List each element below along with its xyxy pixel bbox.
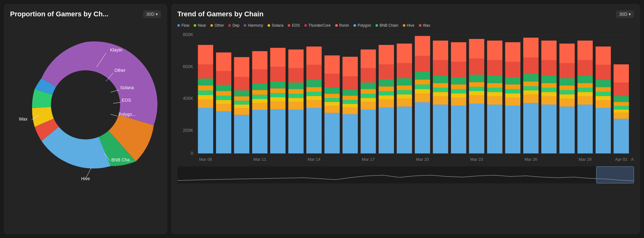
- svg-rect-97: [379, 64, 394, 79]
- left-panel-header: Proportion of Gamers by Ch... 30D ▾: [10, 10, 161, 18]
- svg-rect-2: [198, 100, 213, 108]
- svg-rect-161: [505, 42, 520, 62]
- bar-6: [288, 50, 303, 154]
- svg-rect-106: [397, 63, 412, 78]
- svg-rect-59: [306, 87, 321, 92]
- svg-rect-170: [523, 38, 538, 57]
- svg-rect-67: [325, 98, 340, 102]
- svg-rect-104: [397, 85, 412, 90]
- svg-rect-184: [559, 90, 575, 95]
- label-bnb: BNB Cha...: [111, 157, 133, 162]
- svg-rect-133: [451, 62, 466, 77]
- legend-label-near: Near: [198, 23, 206, 28]
- svg-rect-212: [613, 102, 629, 106]
- svg-rect-26: [234, 57, 249, 77]
- right-panel-title: Trend of Gamers by Chain: [177, 10, 264, 18]
- bar-18: [505, 42, 520, 154]
- svg-rect-152: [487, 41, 502, 60]
- legend-label-thundercore: ThunderCore: [308, 23, 331, 28]
- svg-rect-114: [415, 72, 430, 79]
- svg-rect-34: [252, 69, 267, 84]
- svg-rect-74: [342, 108, 358, 114]
- svg-rect-196: [578, 60, 593, 75]
- svg-rect-44: [270, 48, 285, 67]
- svg-rect-75: [342, 104, 358, 108]
- right-panel-header: Trend of Gamers by Chain 30D ▾: [177, 10, 634, 18]
- svg-rect-89: [361, 50, 376, 68]
- bar-mar08: [198, 45, 213, 153]
- svg-rect-113: [415, 79, 430, 84]
- svg-rect-185: [559, 85, 575, 90]
- svg-rect-21: [234, 105, 249, 108]
- legend-dot-wax: [419, 24, 421, 27]
- bar-mar29: [578, 41, 593, 153]
- svg-rect-83: [361, 102, 376, 110]
- bar-9: [342, 57, 358, 154]
- svg-rect-132: [451, 77, 466, 84]
- chart-minimap[interactable]: [177, 166, 634, 183]
- svg-rect-102: [397, 95, 412, 99]
- svg-rect-76: [342, 100, 358, 104]
- svg-rect-87: [361, 83, 376, 89]
- svg-rect-188: [559, 44, 575, 63]
- label-wax: Wax: [19, 116, 27, 122]
- svg-rect-15: [216, 85, 231, 91]
- svg-rect-192: [578, 92, 593, 96]
- svg-rect-35: [252, 51, 267, 69]
- svg-rect-156: [505, 93, 520, 98]
- svg-rect-118: [433, 105, 448, 153]
- svg-rect-49: [288, 94, 303, 98]
- legend-dot-harmony: [244, 24, 246, 27]
- bar-3: [234, 57, 249, 154]
- svg-rect-14: [216, 91, 231, 96]
- svg-rect-174: [541, 92, 557, 96]
- svg-rect-141: [469, 75, 484, 82]
- legend-item-near: Near: [194, 23, 206, 28]
- svg-rect-43: [270, 67, 285, 81]
- svg-rect-199: [596, 108, 611, 154]
- svg-rect-129: [451, 93, 466, 98]
- svg-rect-168: [523, 74, 538, 81]
- legend-dot-near: [194, 24, 196, 27]
- svg-rect-213: [613, 96, 629, 102]
- chevron-down-icon-right: ▾: [629, 12, 631, 17]
- svg-rect-187: [559, 63, 575, 78]
- svg-rect-98: [379, 45, 394, 64]
- svg-rect-124: [433, 60, 448, 75]
- legend-label-ronin: Ronin: [339, 23, 349, 28]
- svg-rect-116: [415, 36, 430, 56]
- svg-rect-60: [306, 80, 321, 87]
- left-period-selector[interactable]: 30D ▾: [143, 10, 161, 18]
- svg-rect-62: [306, 46, 321, 65]
- minimap-handle[interactable]: [596, 166, 634, 183]
- svg-rect-32: [252, 90, 267, 95]
- right-period-selector[interactable]: 30D ▾: [616, 10, 634, 18]
- svg-rect-178: [541, 60, 557, 75]
- legend-dot-flow: [177, 24, 180, 27]
- svg-rect-127: [451, 105, 466, 153]
- svg-rect-210: [613, 110, 629, 113]
- svg-rect-94: [379, 91, 394, 95]
- svg-rect-85: [361, 94, 376, 98]
- svg-rect-86: [361, 89, 376, 94]
- svg-rect-71: [325, 56, 340, 74]
- svg-rect-4: [198, 90, 213, 95]
- legend-dot-solana: [268, 24, 270, 27]
- legend-label-other: Other: [214, 23, 224, 28]
- svg-rect-208: [613, 119, 629, 153]
- svg-rect-120: [433, 92, 448, 96]
- svg-rect-22: [234, 101, 249, 105]
- svg-rect-12: [216, 100, 231, 104]
- svg-rect-52: [288, 68, 303, 83]
- svg-rect-100: [397, 106, 412, 153]
- svg-rect-154: [505, 105, 520, 153]
- donut-hole: [51, 70, 120, 139]
- svg-rect-10: [216, 111, 231, 153]
- svg-rect-158: [505, 84, 520, 89]
- y-label-800k: 800K: [183, 32, 193, 37]
- svg-rect-175: [541, 88, 557, 92]
- svg-rect-195: [578, 76, 593, 83]
- svg-rect-128: [451, 98, 466, 105]
- svg-rect-145: [487, 105, 502, 153]
- legend-label-bnb: BNB Chain: [380, 23, 398, 28]
